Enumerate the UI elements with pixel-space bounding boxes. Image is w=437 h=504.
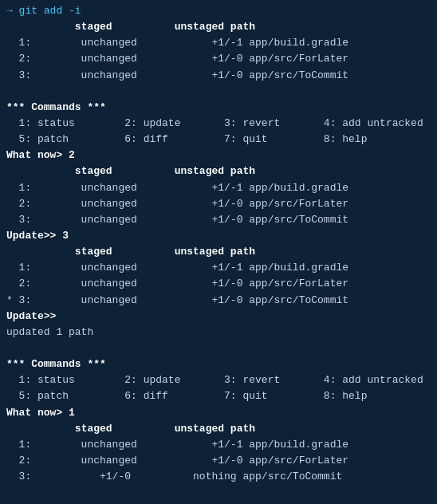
what-now-2: What now> 1 — [6, 405, 431, 421]
update-prompt-1: Update>> 3 — [6, 228, 431, 244]
file-row-2-1: 1: unchanged +1/-1 app/build.gradle — [6, 180, 431, 196]
file-list-header-3: staged unstaged path — [6, 244, 431, 260]
commands-row2-2: 5: patch 6: diff 7: quit 8: help — [6, 388, 431, 404]
commands-row1-1: 1: status 2: update 3: revert 4: add unt… — [6, 116, 431, 132]
commands-row1-2: 1: status 2: update 3: revert 4: add unt… — [6, 372, 431, 388]
file-list-header-2: staged unstaged path — [6, 163, 431, 179]
blank-2 — [6, 341, 431, 356]
commands-row2-1: 5: patch 6: diff 7: quit 8: help — [6, 132, 431, 148]
file-row-1-1: 1: unchanged +1/-1 app/build.gradle — [6, 35, 431, 51]
file-row-4-3: 3: +1/-0 nothing app/src/ToCommit — [6, 469, 431, 485]
update-prompt-2: Update>> — [6, 309, 431, 325]
terminal: → git add -i staged unstaged path 1: unc… — [6, 3, 431, 504]
blank-1 — [6, 84, 431, 100]
file-list-header-1: staged unstaged path — [6, 19, 431, 35]
file-row-3-1: 1: unchanged +1/-1 app/build.gradle — [6, 260, 431, 276]
what-now-1: What now> 2 — [6, 148, 431, 163]
file-row-4-1: 1: unchanged +1/-1 app/build.gradle — [6, 437, 431, 453]
file-row-2-3: 3: unchanged +1/-0 app/src/ToCommit — [6, 212, 431, 228]
blank-3 — [6, 485, 431, 501]
file-list-header-4: staged unstaged path — [6, 421, 431, 437]
updated-path: updated 1 path — [6, 325, 431, 341]
file-row-3-2: 2: unchanged +1/-0 app/src/ForLater — [6, 276, 431, 292]
commands-label-3: *** Commands *** — [6, 501, 431, 504]
commands-label-2: *** Commands *** — [6, 356, 431, 372]
file-row-1-3: 3: unchanged +1/-0 app/src/ToCommit — [6, 68, 431, 84]
file-row-2-2: 2: unchanged +1/-0 app/src/ForLater — [6, 196, 431, 212]
file-row-3-3: * 3: unchanged +1/-0 app/src/ToCommit — [6, 293, 431, 309]
file-row-1-2: 2: unchanged +1/-0 app/src/ForLater — [6, 51, 431, 67]
git-command-line: → git add -i — [6, 3, 431, 19]
file-row-4-2: 2: unchanged +1/-0 app/src/ForLater — [6, 453, 431, 469]
commands-label-1: *** Commands *** — [6, 100, 431, 116]
